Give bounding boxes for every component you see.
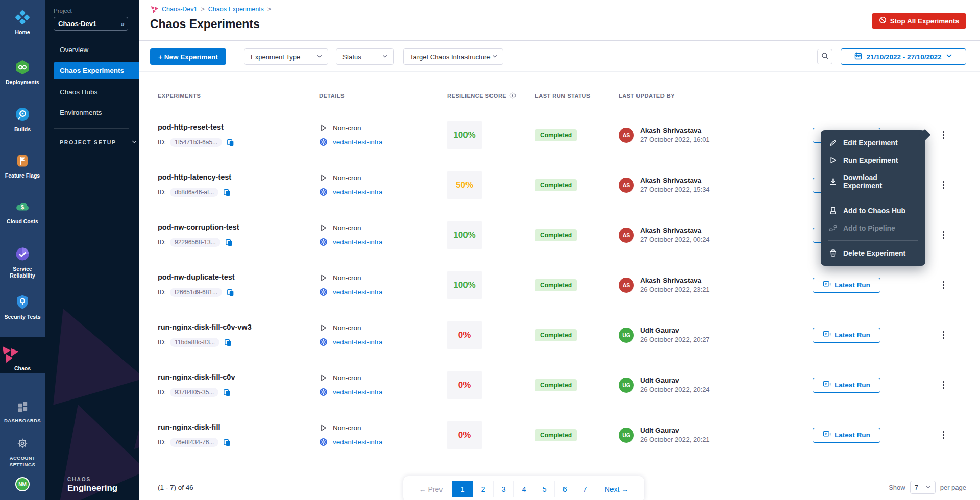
page-button-6[interactable]: 6 bbox=[554, 481, 575, 497]
row-menu-button[interactable] bbox=[940, 329, 947, 342]
infrastructure-link[interactable]: vedant-test-infra bbox=[333, 388, 383, 396]
updated-date: 26 October 2022, 20:21 bbox=[640, 436, 710, 443]
user-profile-avatar[interactable]: NM bbox=[15, 477, 30, 491]
resilience-score: 100% bbox=[447, 121, 482, 149]
project-selector[interactable]: Chaos-Dev1 » bbox=[54, 17, 128, 31]
experiment-name[interactable]: pod-http-reset-test bbox=[158, 123, 319, 131]
rail-item-home[interactable]: Home bbox=[0, 8, 45, 36]
breadcrumb-project-link[interactable]: Chaos-Dev1 bbox=[162, 6, 197, 13]
row-menu-button[interactable] bbox=[940, 279, 947, 292]
sidebar-item-chaos-hubs[interactable]: Chaos Hubs bbox=[54, 84, 139, 101]
copy-id-icon[interactable] bbox=[223, 438, 231, 447]
page-range-summary: (1 - 7) of 46 bbox=[158, 484, 193, 491]
new-experiment-button[interactable]: + New Experiment bbox=[150, 48, 226, 65]
row-menu-button[interactable] bbox=[940, 379, 947, 392]
project-setup-section[interactable]: PROJECT SETUP bbox=[60, 139, 137, 146]
prev-page-button[interactable]: ← Prev bbox=[409, 485, 452, 493]
sidebar-item-overview[interactable]: Overview bbox=[54, 41, 139, 58]
experiment-name[interactable]: pod-http-latency-test bbox=[158, 173, 319, 181]
rail-item-security-tests[interactable]: Security Tests bbox=[0, 293, 45, 320]
experiment-name[interactable]: run-nginx-disk-fill-c0v bbox=[158, 373, 319, 381]
menu-item-edit-experiment[interactable]: Edit Experiment bbox=[821, 134, 925, 152]
page-button-7[interactable]: 7 bbox=[575, 481, 595, 497]
sidebar-item-chaos-experiments[interactable]: Chaos Experiments bbox=[54, 62, 139, 79]
infrastructure-link[interactable]: vedant-test-infra bbox=[333, 188, 383, 196]
user-avatar: UG bbox=[619, 328, 634, 343]
experiment-name[interactable]: pod-nw-corruption-test bbox=[158, 223, 319, 231]
schedule-type: Non-cron bbox=[333, 374, 361, 382]
latest-run-button[interactable]: Latest Run bbox=[813, 278, 880, 293]
menu-item-delete-experiment[interactable]: Delete Experiment bbox=[821, 244, 925, 262]
menu-item-add-to-chaos-hub[interactable]: Add to Chaos Hub bbox=[821, 202, 925, 219]
main-content: Chaos-Dev1 > Chaos Experiments > Chaos E… bbox=[139, 0, 980, 500]
copy-id-icon[interactable] bbox=[225, 238, 233, 247]
kubernetes-icon bbox=[319, 288, 328, 296]
infrastructure-link[interactable]: vedant-test-infra bbox=[333, 338, 383, 346]
search-button[interactable] bbox=[817, 49, 832, 64]
status-filter[interactable]: Status bbox=[336, 48, 394, 65]
user-name: Udit Gaurav bbox=[640, 427, 710, 434]
col-details: DETAILS bbox=[319, 93, 447, 99]
rail-item-feature-flags[interactable]: Feature Flags bbox=[0, 152, 45, 179]
rail-item-chaos[interactable]: Chaos bbox=[0, 337, 45, 373]
infrastructure-link[interactable]: vedant-test-infra bbox=[333, 138, 383, 146]
date-range-picker[interactable]: 21/10/2022 - 27/10/2022 bbox=[841, 48, 966, 65]
experiment-row: run-nginx-disk-fill-c0v ID: 93784f05-35.… bbox=[139, 360, 980, 410]
infrastructure-link[interactable]: vedant-test-infra bbox=[333, 438, 383, 446]
menu-item-download-experiment[interactable]: Download Experiment bbox=[821, 169, 925, 194]
id-label: ID: bbox=[158, 289, 166, 296]
id-label: ID: bbox=[158, 239, 166, 246]
row-menu-button[interactable] bbox=[940, 129, 947, 142]
copy-id-icon[interactable] bbox=[223, 388, 231, 397]
experiment-name[interactable]: run-nginx-disk-fill bbox=[158, 423, 319, 431]
next-page-button[interactable]: Next → bbox=[595, 485, 638, 493]
row-menu-button[interactable] bbox=[940, 179, 947, 192]
user-avatar: AS bbox=[619, 228, 634, 243]
copy-id-icon[interactable] bbox=[226, 288, 235, 297]
page-button-4[interactable]: 4 bbox=[513, 481, 534, 497]
toolbar-divider bbox=[139, 71, 980, 72]
experiment-id: f26651d9-681... bbox=[170, 288, 222, 297]
chaos-icon bbox=[0, 344, 18, 363]
rail-item-deployments[interactable]: Deployments bbox=[0, 58, 45, 86]
experiment-id: 1f5471b3-6a5... bbox=[170, 138, 222, 147]
rail-item-account-settings[interactable]: ACCOUNT SETTINGS bbox=[0, 434, 45, 468]
page-button-3[interactable]: 3 bbox=[493, 481, 513, 497]
menu-item-run-experiment[interactable]: Run Experiment bbox=[821, 152, 925, 169]
latest-run-icon bbox=[823, 430, 831, 440]
info-icon[interactable] bbox=[509, 92, 516, 100]
infrastructure-link[interactable]: vedant-test-infra bbox=[333, 238, 383, 246]
target-infrastructure-filter[interactable]: Target Chaos Infrastructure bbox=[403, 48, 503, 65]
rail-item-builds[interactable]: Builds bbox=[0, 105, 45, 133]
experiment-name[interactable]: run-nginx-disk-fill-c0v-vw3 bbox=[158, 323, 319, 331]
header-divider bbox=[139, 40, 980, 41]
page-button-2[interactable]: 2 bbox=[473, 481, 493, 497]
page-size-select[interactable]: 7 bbox=[910, 481, 936, 494]
breadcrumb-page-link[interactable]: Chaos Experiments bbox=[208, 6, 264, 13]
latest-run-button[interactable]: Latest Run bbox=[813, 328, 880, 343]
expand-sidebar-icon[interactable]: » bbox=[121, 20, 124, 28]
gear-icon bbox=[0, 434, 45, 453]
page-button-5[interactable]: 5 bbox=[534, 481, 554, 497]
rail-item-dashboards[interactable]: DASHBOARDS bbox=[0, 397, 45, 424]
experiment-name[interactable]: pod-nw-duplicate-test bbox=[158, 273, 319, 281]
non-cron-icon bbox=[319, 374, 328, 382]
resilience-score: 50% bbox=[447, 171, 482, 199]
sidebar-item-environments[interactable]: Environments bbox=[54, 104, 139, 121]
latest-run-button[interactable]: Latest Run bbox=[813, 428, 880, 443]
copy-id-icon[interactable] bbox=[224, 338, 232, 347]
row-menu-button[interactable] bbox=[940, 229, 947, 242]
rail-item-cloud-costs[interactable]: $Cloud Costs bbox=[0, 197, 45, 225]
experiment-type-filter[interactable]: Experiment Type bbox=[244, 48, 328, 65]
copy-id-icon[interactable] bbox=[226, 138, 235, 147]
page-button-1[interactable]: 1 bbox=[452, 481, 473, 497]
copy-id-icon[interactable] bbox=[223, 188, 231, 197]
stop-all-experiments-button[interactable]: Stop All Experiments bbox=[872, 13, 966, 29]
arrow-left-icon: ← bbox=[419, 485, 426, 493]
updated-date: 27 October 2022, 00:24 bbox=[640, 236, 710, 243]
rail-item-service-reliability[interactable]: Service Reliability bbox=[0, 245, 45, 279]
infrastructure-link[interactable]: vedant-test-infra bbox=[333, 288, 383, 296]
home-icon bbox=[0, 8, 45, 27]
row-menu-button[interactable] bbox=[940, 429, 947, 442]
latest-run-button[interactable]: Latest Run bbox=[813, 378, 880, 393]
